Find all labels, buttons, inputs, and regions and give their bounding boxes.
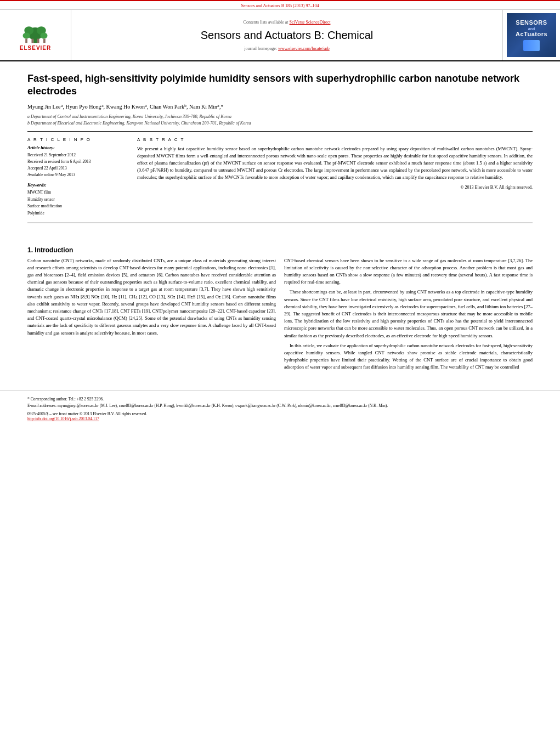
article-info-col: A R T I C L E I N F O Article history: R…: [27, 137, 129, 217]
history-accepted: Accepted 22 April 2013: [27, 165, 129, 172]
divider-2: [27, 223, 533, 223]
affiliation-b: b Department of Electrical and Electroni…: [27, 121, 533, 126]
history-revised: Received in revised form 6 April 2013: [27, 159, 129, 165]
divider: [27, 131, 533, 132]
sensors-actuators-logo: SENSORS and AcTuators: [507, 13, 556, 57]
elsevier-logo: ELSEVIER: [20, 19, 51, 51]
article-title: Fast-speed, high-sensitivity polyimide h…: [27, 72, 533, 98]
intro-p1: Carbon nanotube (CNT) networks, made of …: [27, 257, 276, 337]
sciverse-link: Contents lists available at SciVerse Sci…: [244, 20, 331, 25]
svg-rect-8: [37, 39, 39, 43]
svg-rect-6: [25, 39, 27, 43]
sensors-logo-text: SENSORS: [516, 19, 547, 26]
intro-col2-p3: In this article, we evaluate the applica…: [284, 342, 533, 371]
journal-top-bar: Sensors and Actuators B 185 (2013) 97–10…: [0, 0, 560, 9]
journal-title-section: Contents lists available at SciVerse Sci…: [71, 10, 502, 60]
elsevier-logo-section: ELSEVIER: [0, 10, 71, 60]
article-history: Article history: Received 21 September 2…: [27, 145, 129, 178]
authors: Myung Jin Leeᵃ, Hyun Pyo Hongᵃ, Kwang Ho…: [27, 104, 533, 110]
svg-point-4: [23, 32, 30, 38]
journal-title: Sensors and Actuators B: Chemical: [201, 29, 374, 42]
logo-and-text: and: [528, 27, 535, 31]
homepage-url[interactable]: www.elsevier.com/locate/snb: [278, 46, 330, 51]
keywords-title: Keywords:: [27, 183, 129, 188]
header-area: ELSEVIER Contents lists available at Sci…: [0, 9, 560, 61]
page: Sensors and Actuators B 185 (2013) 97–10…: [0, 0, 560, 741]
sensors-logo-section: SENSORS and AcTuators: [502, 10, 560, 60]
intro-two-col: Carbon nanotube (CNT) networks, made of …: [27, 257, 533, 374]
article-content: Fast-speed, high-sensitivity polyimide h…: [0, 61, 560, 240]
body-area: 1. Introduction Carbon nanotube (CNT) ne…: [0, 246, 560, 385]
intro-heading: 1. Introduction: [27, 246, 533, 254]
history-title: Article history:: [27, 145, 129, 150]
svg-rect-9: [43, 39, 46, 43]
keyword-4: Polyimide: [27, 210, 129, 217]
actuators-logo-text: AcTuators: [516, 31, 547, 38]
elsevier-tree-icon: [20, 19, 50, 44]
journal-citation: Sensors and Actuators B 185 (2013) 97–10…: [241, 3, 319, 8]
keyword-2: Humidity sensor: [27, 196, 129, 203]
issn-line: 0925-4005/$ – see front matter © 2013 El…: [27, 411, 533, 416]
email-label: E-mail addresses:: [27, 403, 56, 408]
keyword-1: MWCNT film: [27, 189, 129, 196]
doi-line[interactable]: http://dx.doi.org/10.1016/j.snb.2013.04.…: [27, 416, 533, 421]
article-info-heading: A R T I C L E I N F O: [27, 137, 129, 142]
intro-col-right: CNT-based chemical sensors have been sho…: [284, 257, 533, 374]
elsevier-wordmark: ELSEVIER: [20, 45, 51, 51]
copyright: © 2013 Elsevier B.V. All rights reserved…: [137, 185, 533, 190]
email-values: myungjinyi@korea.ac.kr (M.J. Lee), cruel…: [58, 403, 388, 408]
keywords-section: Keywords: MWCNT film Humidity sensor Sur…: [27, 183, 129, 217]
intro-col1-text: Carbon nanotube (CNT) networks, made of …: [27, 257, 276, 337]
footnote-star: * Corresponding author. Tel.: +82 2 925 …: [27, 396, 533, 403]
abstract-text: We present a highly fast capacitive humi…: [137, 145, 533, 182]
abstract-heading: A B S T R A C T: [137, 137, 533, 142]
svg-point-5: [40, 32, 47, 38]
abstract-col: A B S T R A C T We present a highly fast…: [137, 137, 533, 217]
journal-homepage: journal homepage: www.elsevier.com/locat…: [244, 46, 329, 51]
intro-col2-p1: CNT-based chemical sensors have been sho…: [284, 257, 533, 286]
keyword-3: Surface modification: [27, 203, 129, 210]
svg-rect-7: [31, 39, 33, 43]
intro-col2-p2: These shortcomings can be, at least in p…: [284, 289, 533, 339]
intro-col2-text: CNT-based chemical sensors have been sho…: [284, 257, 533, 371]
footnote-emails: E-mail addresses: myungjinyi@korea.ac.kr…: [27, 403, 533, 409]
logo-graphic: [523, 40, 540, 51]
footer-area: * Corresponding author. Tel.: +82 2 925 …: [0, 390, 560, 425]
info-abstract-cols: A R T I C L E I N F O Article history: R…: [27, 137, 533, 217]
history-online: Available online 9 May 2013: [27, 172, 129, 178]
history-received: Received 21 September 2012: [27, 152, 129, 159]
affiliation-a: a Department of Control and Instrumentat…: [27, 114, 533, 119]
intro-col-left: Carbon nanotube (CNT) networks, made of …: [27, 257, 276, 374]
sciverse-url[interactable]: SciVerse ScienceDirect: [290, 20, 331, 25]
